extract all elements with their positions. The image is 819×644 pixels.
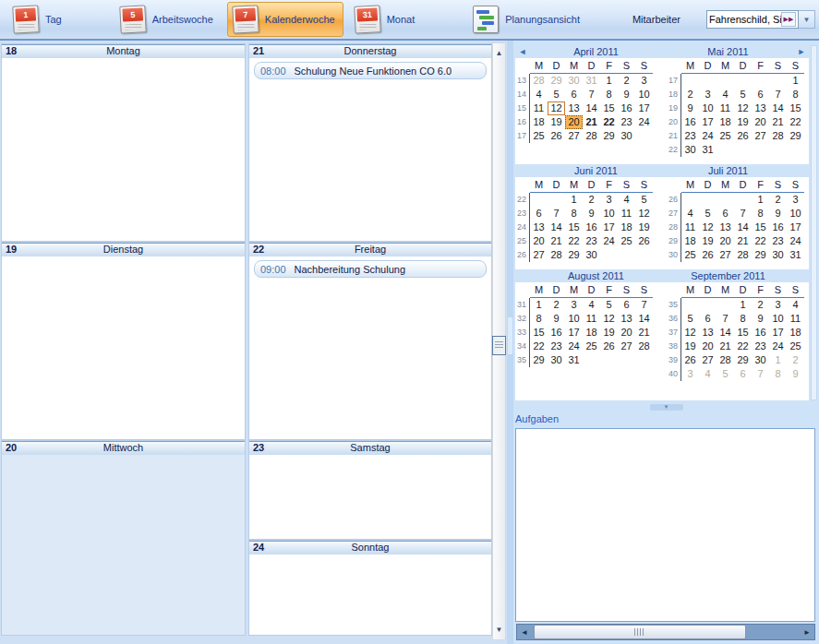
mini-date[interactable]: 9 bbox=[787, 367, 804, 381]
mini-date[interactable]: 26 bbox=[681, 353, 699, 367]
week-number[interactable]: 35 bbox=[668, 298, 681, 312]
mini-date[interactable]: 27 bbox=[530, 248, 548, 262]
week-number[interactable]: 19 bbox=[668, 101, 681, 115]
mini-date[interactable]: 5 bbox=[681, 312, 699, 326]
mini-date[interactable]: 27 bbox=[752, 129, 769, 143]
mini-date[interactable]: 16 bbox=[681, 115, 699, 129]
mini-date[interactable]: 6 bbox=[734, 367, 752, 381]
mini-date[interactable]: 16 bbox=[583, 221, 600, 234]
mini-date[interactable]: 4 bbox=[699, 367, 717, 381]
mini-date[interactable]: 27 bbox=[565, 129, 583, 143]
mini-date[interactable]: 4 bbox=[787, 298, 804, 312]
mini-date[interactable]: 30 bbox=[769, 248, 787, 262]
mini-date[interactable]: 27 bbox=[618, 340, 635, 353]
mini-date[interactable]: 8 bbox=[600, 88, 618, 101]
week-number[interactable]: 39 bbox=[668, 353, 681, 367]
mini-date[interactable]: 13 bbox=[618, 312, 635, 326]
mini-date[interactable]: 11 bbox=[583, 312, 600, 326]
mini-date[interactable]: 3 bbox=[681, 367, 699, 381]
mini-date[interactable]: 30 bbox=[618, 129, 635, 143]
mini-date[interactable]: 4 bbox=[618, 193, 635, 207]
mini-date[interactable]: 5 bbox=[600, 298, 618, 312]
mini-date[interactable]: 2 bbox=[769, 193, 787, 207]
next-month-icon[interactable]: ► bbox=[794, 47, 809, 56]
mini-date[interactable]: 7 bbox=[635, 298, 653, 312]
day-body[interactable]: 08:00 Schulung Neue Funktionen CO 6.0 bbox=[249, 58, 491, 241]
tasks-list[interactable] bbox=[515, 428, 815, 622]
mini-date[interactable]: 1 bbox=[769, 353, 787, 367]
mini-date[interactable]: 21 bbox=[548, 234, 565, 248]
mini-date[interactable]: 16 bbox=[618, 101, 635, 115]
mini-date[interactable]: 13 bbox=[530, 221, 548, 234]
week-number[interactable]: 13 bbox=[516, 74, 530, 88]
week-number[interactable]: 18 bbox=[668, 88, 681, 101]
mini-date[interactable]: 31 bbox=[583, 74, 600, 88]
week-number[interactable]: 17 bbox=[668, 74, 681, 88]
mini-date[interactable]: 28 bbox=[717, 353, 734, 367]
mini-date[interactable]: 19 bbox=[635, 221, 653, 234]
mini-date[interactable]: 22 bbox=[565, 234, 583, 248]
mini-date[interactable]: 25 bbox=[787, 340, 804, 353]
splitter-collapse-icon[interactable]: ▼ bbox=[650, 404, 683, 411]
mini-date[interactable]: 5 bbox=[699, 207, 717, 221]
day-header[interactable]: 18 Montag bbox=[2, 44, 245, 59]
mini-date[interactable]: 2 bbox=[681, 88, 699, 101]
mini-date[interactable]: 8 bbox=[787, 88, 804, 101]
week-vertical-scrollbar[interactable]: ▲ ▼ bbox=[492, 42, 506, 640]
day-header[interactable]: 24 Sonntag bbox=[249, 541, 491, 555]
mini-date[interactable]: 1 bbox=[530, 298, 548, 312]
scroll-left-icon[interactable]: ◄ bbox=[517, 628, 532, 637]
week-number[interactable]: 34 bbox=[516, 340, 530, 353]
mini-date[interactable]: 14 bbox=[717, 326, 734, 340]
day-cell-freitag[interactable]: 22 Freitag 09:00 Nachbereitung Schulung bbox=[248, 242, 492, 440]
mini-date[interactable]: 24 bbox=[565, 340, 583, 353]
mini-date[interactable]: 26 bbox=[635, 234, 653, 248]
mini-date[interactable]: 17 bbox=[769, 326, 787, 340]
mini-date[interactable]: 15 bbox=[565, 221, 583, 234]
mini-date[interactable]: 10 bbox=[787, 207, 804, 221]
mini-date[interactable]: 8 bbox=[530, 312, 548, 326]
mini-date[interactable]: 17 bbox=[565, 326, 583, 340]
mitarbeiter-combobox[interactable]: Fahrenschild, Si ▶▶ ▼ bbox=[706, 10, 815, 29]
mini-date[interactable]: 4 bbox=[530, 88, 548, 101]
mini-date[interactable]: 5 bbox=[734, 88, 752, 101]
mini-date[interactable]: 26 bbox=[734, 129, 752, 143]
mini-date[interactable]: 10 bbox=[600, 207, 618, 221]
mini-date[interactable]: 23 bbox=[681, 129, 699, 143]
day-cell-donnerstag[interactable]: 21 Donnerstag 08:00 Schulung Neue Funkti… bbox=[248, 43, 492, 242]
mini-date[interactable]: 24 bbox=[787, 234, 804, 248]
week-number[interactable]: 24 bbox=[516, 221, 530, 234]
mini-date[interactable]: 29 bbox=[787, 129, 804, 143]
mini-date[interactable]: 3 bbox=[769, 298, 787, 312]
mini-date[interactable]: 11 bbox=[787, 312, 804, 326]
mini-date[interactable]: 23 bbox=[752, 340, 769, 353]
mini-date[interactable]: 16 bbox=[548, 326, 565, 340]
day-body[interactable] bbox=[249, 555, 491, 635]
mini-date[interactable]: 11 bbox=[681, 221, 699, 234]
mini-date[interactable]: 20 bbox=[530, 234, 548, 248]
mini-date[interactable]: 15 bbox=[752, 221, 769, 234]
mini-date[interactable]: 17 bbox=[635, 101, 653, 115]
mini-date[interactable]: 15 bbox=[600, 101, 618, 115]
mini-date[interactable]: 14 bbox=[583, 101, 600, 115]
week-number[interactable]: 36 bbox=[668, 312, 681, 326]
mini-date[interactable]: 6 bbox=[699, 312, 717, 326]
mini-date[interactable]: 29 bbox=[752, 248, 769, 262]
tab-kalenderwoche[interactable]: 7 Kalenderwoche bbox=[227, 2, 343, 37]
mini-date[interactable]: 1 bbox=[752, 193, 769, 207]
mini-date[interactable]: 4 bbox=[681, 207, 699, 221]
mini-date[interactable]: 9 bbox=[618, 88, 635, 101]
mini-date[interactable]: 3 bbox=[787, 193, 804, 207]
mini-date[interactable]: 30 bbox=[752, 353, 769, 367]
mini-date[interactable]: 7 bbox=[769, 88, 787, 101]
mini-date[interactable]: 22 bbox=[600, 115, 618, 129]
week-number[interactable]: 20 bbox=[668, 115, 681, 129]
mini-date[interactable]: 15 bbox=[734, 326, 752, 340]
mini-date[interactable]: 7 bbox=[548, 207, 565, 221]
mini-date[interactable]: 20 bbox=[565, 115, 583, 129]
tasks-splitter[interactable]: ▼ bbox=[515, 402, 817, 412]
week-number[interactable]: 14 bbox=[516, 88, 530, 101]
mini-date[interactable]: 19 bbox=[548, 115, 565, 129]
scroll-down-icon[interactable]: ▼ bbox=[493, 626, 505, 634]
tasks-horizontal-scrollbar[interactable]: ◄ ► bbox=[516, 624, 815, 640]
